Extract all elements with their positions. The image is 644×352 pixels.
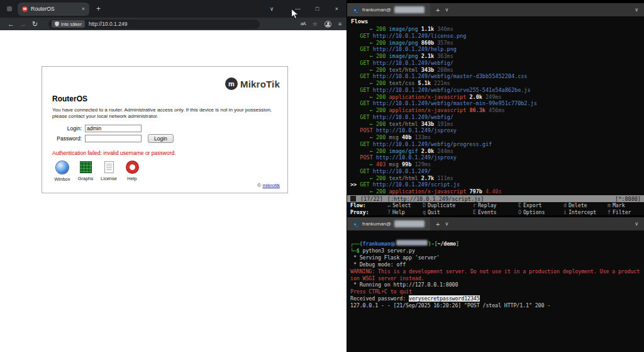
menu-item-events[interactable]: EEvents xyxy=(473,209,518,216)
flow-line[interactable]: GET http://10.0.1.249/ xyxy=(350,168,644,175)
back-icon[interactable]: ← xyxy=(5,18,17,30)
copyright-link[interactable]: mikrotik xyxy=(262,183,280,188)
flow-line[interactable]: GET http://10.0.1.249/help.png xyxy=(350,46,644,53)
terminal-window-chevron-icon[interactable]: ∨ xyxy=(635,221,638,227)
flask-terminal-body: ┌──(frankuman㉿)-[~/demo]└─$ python3 serv… xyxy=(347,230,644,352)
flow-line[interactable]: ← 200 image/png 1.1k 346ms xyxy=(350,26,644,33)
terminal-tab-title: frankuman@ xyxy=(362,221,391,227)
censored-text xyxy=(396,240,428,246)
flow-line[interactable]: POST http://10.0.1.249/jsproxy xyxy=(350,127,644,134)
maximize-button[interactable]: □ xyxy=(308,6,327,12)
url-text[interactable]: http://10.0.1.249 xyxy=(89,21,127,27)
menu-item-duplicate[interactable]: DDuplicate xyxy=(423,202,473,209)
terminal-icon: >_ xyxy=(353,7,359,13)
desktop: M RouterOS × + ∨ — □ × ← → ↻ Inte säker … xyxy=(0,0,644,352)
help-link[interactable]: Help xyxy=(122,161,142,182)
menu-item-quit[interactable]: qQuit xyxy=(423,209,473,216)
flow-line[interactable]: ← 200 application/x-javascript 797b 4.40… xyxy=(350,188,644,195)
help-label: Help xyxy=(127,176,136,181)
browser-tab-routeros[interactable]: M RouterOS × xyxy=(18,3,89,16)
flow-line[interactable]: GET http://10.0.1.249/license.png xyxy=(350,33,644,40)
flow-line[interactable]: GET http://10.0.1.249/webfig/progress.gi… xyxy=(350,141,644,148)
mitmproxy-status-bar: [17/22] [:http://10.0.1.249/script.js] [… xyxy=(347,195,644,202)
flow-line[interactable]: ← 200 text/html 343b 208ms xyxy=(350,67,644,74)
flow-line[interactable]: ← 200 application/x-javascript 86.3k 456… xyxy=(350,107,644,114)
terminal-line: ┌──(frankuman㉿)-[~/demo] xyxy=(350,240,641,247)
selected-flow-url: [:http://10.0.1.249/script.js] xyxy=(387,196,484,202)
flow-list: ← 200 image/png 1.1k 346ms GET http://10… xyxy=(347,26,644,195)
flow-line[interactable]: ← 403 msg 99b 129ms xyxy=(350,161,644,168)
terminal-dropdown-icon[interactable]: ∨ xyxy=(445,7,448,13)
close-button[interactable]: × xyxy=(327,6,347,12)
graphs-label: Graphs xyxy=(78,176,94,181)
terminal-window-chevron-icon[interactable]: ∨ xyxy=(635,7,638,13)
flow-line[interactable]: >> GET http://10.0.1.249/script.js xyxy=(350,181,644,188)
terminal-tab[interactable]: >_ frankuman@ xyxy=(347,217,430,230)
flow-line[interactable]: ← 200 image/gif 2.0k 244ms xyxy=(350,148,644,155)
menu-item-help[interactable]: ?Help xyxy=(387,209,423,216)
login-input[interactable] xyxy=(85,125,142,132)
flow-line[interactable]: POST http://10.0.1.249/jsproxy xyxy=(350,154,644,161)
login-button[interactable]: Login xyxy=(148,134,174,143)
browser-app-icon xyxy=(7,6,12,11)
graphs-link[interactable]: Graphs xyxy=(75,161,96,182)
winbox-link[interactable]: Winbox xyxy=(52,161,72,182)
terminal-line: 127.0.0.1 - - [21/Sep/2025 16:20:26] "PO… xyxy=(350,302,641,309)
flow-position: [17/22] xyxy=(360,196,383,202)
new-terminal-tab-button[interactable]: + xyxy=(436,220,440,228)
terminal-dropdown-icon[interactable]: ∨ xyxy=(445,221,448,227)
terminal-line: Press CTRL+C to quit xyxy=(350,288,641,295)
flow-line[interactable]: ← 200 image/png 860b 357ms xyxy=(350,40,644,47)
terminal-tab-title: frankuman@ xyxy=(362,7,391,13)
favorites-star-icon[interactable]: ☆ xyxy=(313,18,318,30)
mouse-cursor xyxy=(291,8,299,23)
flow-line[interactable]: GET http://10.0.1.249/webfig/master-min-… xyxy=(350,100,644,107)
address-bar[interactable]: Inte säker http://10.0.1.249 xyxy=(48,20,260,29)
flow-line[interactable]: GET http://10.0.1.249/webfig/curve255-54… xyxy=(350,87,644,94)
flow-line[interactable]: ← 200 image/png 2.1k 363ms xyxy=(350,53,644,60)
password-input[interactable] xyxy=(85,135,142,142)
menu-item-options[interactable]: OOptions xyxy=(518,209,564,216)
flow-line[interactable]: GET http://10.0.1.249/webfig/ xyxy=(350,60,644,67)
graphs-icon xyxy=(80,161,92,173)
tab-title: RouterOS xyxy=(31,6,79,12)
flow-line[interactable]: ← 200 text/html 343b 191ms xyxy=(350,121,644,128)
menu-item-mark[interactable]: mMark xyxy=(608,202,644,209)
flow-line[interactable]: ← 200 application/x-javascript 2.0k 249m… xyxy=(350,94,644,101)
flow-line[interactable]: ← 200 text/html 2.7k 111ms xyxy=(350,175,644,182)
shield-icon xyxy=(55,21,59,26)
reload-icon[interactable]: ↻ xyxy=(29,18,41,30)
menu-item-export[interactable]: EExport xyxy=(518,202,564,209)
translate-icon[interactable]: aA xyxy=(301,18,306,30)
window-controls: ∨ — □ × xyxy=(259,6,347,12)
menu-item-delete[interactable]: dDelete xyxy=(564,202,608,209)
terminal-title-bar[interactable]: >_ frankuman@ + ∨ ∨ xyxy=(347,3,644,16)
browser-menu-icon[interactable]: ≡ xyxy=(338,18,341,30)
tab-close-icon[interactable]: × xyxy=(82,6,85,12)
security-badge[interactable]: Inte säker xyxy=(52,20,85,28)
forward-icon[interactable]: → xyxy=(17,18,29,30)
mitmproxy-menu-row: Proxy:?HelpqQuitEEventsOOptionsiIntercep… xyxy=(350,209,644,216)
login-form: Login: Password: Login xyxy=(52,125,174,145)
new-terminal-tab-button[interactable]: + xyxy=(436,6,440,14)
flow-line[interactable]: GET http://10.0.1.249/webfig/master-d3bb… xyxy=(350,73,644,80)
menu-item-select[interactable]: ↵Select xyxy=(387,202,423,209)
menu-item-intercept[interactable]: iIntercept xyxy=(564,209,608,216)
new-tab-button[interactable]: + xyxy=(96,4,101,13)
terminal-title-bar[interactable]: >_ frankuman@ + ∨ ∨ xyxy=(347,217,644,230)
censored-hostname xyxy=(394,220,425,227)
browser-window: M RouterOS × + ∨ — □ × ← → ↻ Inte säker … xyxy=(0,0,347,352)
router-notice: You have connected to a router. Administ… xyxy=(52,107,280,119)
help-icon xyxy=(126,161,138,173)
tab-search-icon[interactable]: ∨ xyxy=(259,6,284,12)
license-link[interactable]: License xyxy=(99,161,119,182)
flow-line[interactable]: ← 200 msg 40b 133ms xyxy=(350,134,644,141)
menu-item-filter[interactable]: fFilter xyxy=(608,209,644,216)
terminal-tab[interactable]: >_ frankuman@ xyxy=(347,3,430,16)
toolbar-right-icons: aA ☆ ≡ xyxy=(301,18,341,30)
flow-line[interactable]: GET http://10.0.1.249/webfig/ xyxy=(350,114,644,121)
flow-line[interactable]: ← 200 text/css 5.1k 221ms xyxy=(350,80,644,87)
profile-avatar-icon[interactable] xyxy=(325,21,331,28)
menu-item-replay[interactable]: rReplay xyxy=(473,202,518,209)
mikrotik-logo: m MikroTik xyxy=(225,77,280,90)
